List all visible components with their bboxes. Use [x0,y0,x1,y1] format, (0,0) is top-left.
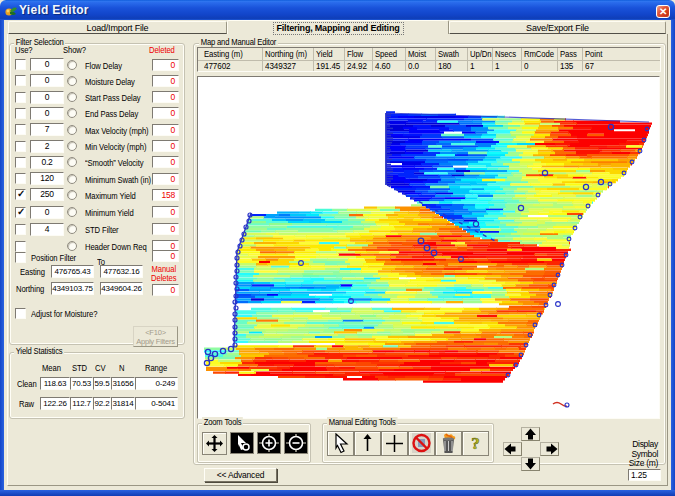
svg-text:?: ? [471,434,479,453]
